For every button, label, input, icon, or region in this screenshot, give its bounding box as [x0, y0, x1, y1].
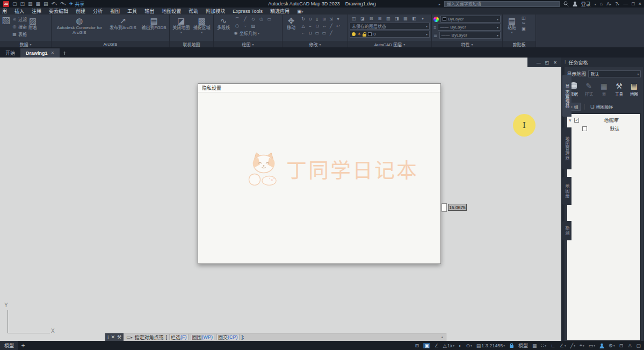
tab-add-ins[interactable]: 附加模块 [206, 8, 225, 15]
redo-icon[interactable]: ↷▾ [60, 1, 66, 6]
viewport-grid-icon[interactable]: ⊞ [415, 343, 419, 348]
cmd-expand-icon[interactable]: ▴ [441, 335, 443, 339]
grip-icon[interactable]: ⁞ [107, 334, 109, 340]
task-pane-header[interactable]: ⁞ 任务窗格 [561, 58, 644, 67]
layer-tool-icon[interactable]: ▥ [384, 16, 393, 22]
fillet-icon[interactable]: ╱ [328, 23, 335, 30]
new-drawing-button[interactable]: + [60, 48, 69, 58]
command-line[interactable]: ⁞ ✕ ⚒ ▭▾ 指定对角点或 [ 栏选(F) 圈围(WP) 圈交(CP) ]:… [105, 333, 446, 341]
restore-button[interactable]: □ [632, 1, 634, 6]
signin-button[interactable]: 登录 [581, 1, 591, 8]
infocenter-arrow-icon[interactable]: ▸ [439, 2, 440, 6]
cut-icon[interactable]: ✂ [521, 21, 526, 26]
panel-label-modify[interactable]: 修改▾ [283, 41, 348, 47]
close-button[interactable]: × [639, 1, 641, 6]
dropdown-icon[interactable]: ▾ [595, 2, 596, 6]
user-icon[interactable] [573, 1, 577, 6]
tab-annotate[interactable]: 注释 [32, 8, 41, 15]
cmd-option-cpolygon[interactable]: 圈交(CP) [216, 334, 240, 340]
panel-label-arcgis[interactable]: ArcGIS [52, 41, 169, 47]
erase-icon[interactable]: ╱ [328, 30, 335, 37]
tab-express-tools[interactable]: Express Tools [233, 9, 263, 14]
layer-tool-icon[interactable]: ⊟ [367, 16, 375, 22]
rect-icon[interactable]: ▭ [265, 16, 273, 23]
tab-help[interactable]: 帮助 [189, 8, 198, 15]
polyline-button[interactable]: ∿ 多段线 [215, 16, 231, 31]
rect2-icon[interactable]: ▭ [321, 30, 328, 37]
chevron-down-icon[interactable]: ∨ [568, 118, 571, 123]
offset-icon[interactable]: ⊡ [314, 23, 321, 30]
table-button[interactable]: ▦表格 [12, 31, 27, 38]
tab-map-setup[interactable]: 地图设置 [162, 8, 181, 15]
save-as-icon[interactable]: ▦ [36, 1, 41, 6]
capture-area-button[interactable]: ▩ 捕捉区域▾ [193, 16, 211, 34]
map-off-button[interactable]: ◪ 关闭地图▾ [172, 16, 190, 34]
paste-button[interactable]: ▤ 粘贴▾ [504, 16, 519, 34]
lineweight-dropdown[interactable]: ——ByLayer▾ [438, 24, 501, 31]
draw-order-button[interactable]: ❏ 地图顺序 [589, 103, 614, 111]
layer-freeze-icon[interactable]: ☀ [357, 32, 361, 37]
layer-color-swatch[interactable] [368, 32, 372, 36]
panel-label-properties[interactable]: 特性▾ [432, 41, 502, 47]
annotation-visibility-icon[interactable]: ⊙▾ [466, 343, 472, 348]
search-icon[interactable] [563, 1, 569, 6]
table-tool[interactable]: ▦ 表 [598, 82, 610, 97]
pane-grip-icon[interactable]: ⁞ [565, 60, 566, 65]
tab-feature-edit[interactable]: 要素编辑 [49, 8, 68, 15]
extend-icon[interactable]: ⌐ [300, 30, 307, 37]
stretch-icon[interactable]: ⇲ [328, 16, 335, 23]
cogo-button[interactable]: ◉坐标几何▾ [233, 30, 273, 37]
file-tab-start[interactable]: 开始 [0, 48, 20, 58]
more-icon[interactable]: ▾ [335, 16, 342, 23]
customize-wrench-icon[interactable]: ⚒ [117, 334, 121, 340]
copy-clip-icon[interactable]: ◫ [521, 16, 526, 20]
grid-display-icon[interactable]: ▦ [532, 343, 537, 348]
layer-tool-icon[interactable]: ▦ [401, 16, 410, 22]
linetype-dropdown[interactable]: ——ByLayer▾ [439, 32, 501, 39]
tools-tool[interactable]: ⚒ 工具 [613, 82, 625, 97]
minimize-button[interactable]: — [623, 1, 628, 6]
model-space-button[interactable]: 模型 [518, 342, 528, 349]
dialog-title-bar[interactable]: 隐私设置 [198, 84, 440, 92]
tab-map-book[interactable]: 地图册 [562, 177, 571, 205]
trim-icon[interactable]: ⊙ [307, 16, 314, 23]
tab-create[interactable]: 创建 [76, 8, 85, 15]
tab-map-explorer[interactable]: 地图管理器 [562, 127, 571, 169]
point-icon[interactable]: ∵ [241, 23, 249, 30]
plot-icon[interactable]: ▤ [44, 1, 48, 6]
line-icon[interactable]: ╱ [241, 16, 249, 23]
file-tab-drawing1[interactable]: Drawing1 ✕ [20, 48, 60, 58]
tab-output[interactable]: 输出 [144, 8, 154, 15]
checkbox-checked[interactable]: ✓ [574, 118, 579, 123]
lineweight-icon[interactable]: ≡ [433, 25, 436, 30]
panel-label-data[interactable]: 数据▾ [0, 41, 51, 47]
attach-button[interactable]: ▨ 附着 [28, 16, 37, 31]
hatch-icon[interactable]: ▨ [249, 23, 257, 30]
layer-state-dropdown[interactable]: 未保存的图层状态▾ [350, 23, 430, 30]
dynamic-input-icon[interactable]: ▭▾ [589, 343, 595, 348]
filter-button[interactable]: ≋过滤 [12, 16, 27, 23]
break-icon[interactable]: ⊔ [307, 30, 314, 37]
undo-mod-icon[interactable]: ↩ [335, 23, 342, 30]
tree-row-map-base[interactable]: ∨ ✓ 地图库 [568, 116, 639, 124]
display-map-dropdown[interactable]: 默认▾ [588, 70, 641, 77]
snap-mode-icon[interactable]: ∷▾ [541, 343, 547, 348]
tab-survey[interactable]: 勘测 [562, 221, 571, 240]
drafting-highlight-icon[interactable]: ▣ [423, 343, 430, 348]
arcgis-connector-button[interactable]: ◍ Autodesk Connector for ArcGIS [53, 16, 106, 35]
help-icon[interactable]: ?▾ [615, 1, 619, 6]
color-dropdown[interactable]: ByLayer▾ [440, 16, 501, 23]
layer-more-icon[interactable]: ▾ [418, 16, 427, 22]
map-tool[interactable]: ▤ 地图 [628, 82, 640, 97]
polygon-icon[interactable]: ⬡ [233, 23, 241, 30]
panel-label-layers[interactable]: AutoCAD 图层▾ [348, 41, 431, 47]
circle-icon[interactable]: ◷ [257, 16, 265, 23]
doc-close-icon[interactable]: ✕ [553, 60, 557, 65]
array-icon[interactable]: ⊞ [321, 16, 328, 23]
tab-view[interactable]: 视图 [110, 8, 120, 15]
panel-label-clipboard[interactable]: 剪贴板 [503, 41, 536, 47]
isodraft-icon[interactable]: ╱▾ [570, 343, 575, 348]
cmd-recent-icon[interactable]: ▭▾ [126, 334, 133, 340]
panel-label-online-map[interactable]: 联机地图 [170, 41, 213, 47]
layout-tab-model[interactable]: 模型 [0, 341, 18, 350]
